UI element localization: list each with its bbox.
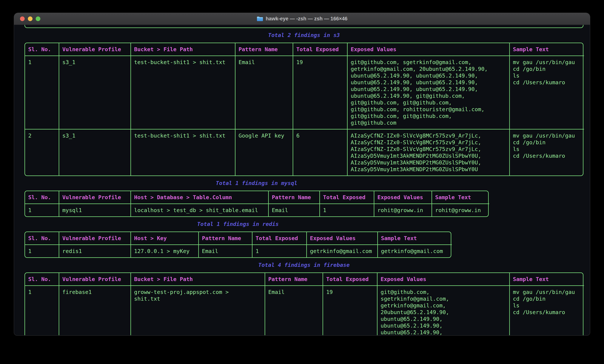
cell-line: cd /Users/kumaro bbox=[513, 79, 581, 86]
column-header: Pattern Name bbox=[235, 43, 293, 56]
findings-section-mysql: Total 1 findings in mysqlSl. No.Vulnerab… bbox=[25, 180, 489, 217]
cell-line: mv gau /usr/bin/gau bbox=[513, 132, 581, 139]
cell-line: 2 bbox=[28, 132, 55, 139]
column-header: Bucket > File Path bbox=[131, 273, 265, 286]
column-header: Sl. No. bbox=[25, 191, 59, 204]
cell-line: git@github.com, sgetrkinfo@gmail.com, bbox=[351, 59, 506, 66]
column-header: Host > Key bbox=[131, 232, 199, 245]
folder-icon bbox=[257, 16, 263, 22]
header-row: Sl. No.Vulnerable ProfileBucket > File P… bbox=[25, 43, 584, 56]
table-cell: 1 bbox=[25, 245, 59, 257]
cell-line: getrkinfo@gmail.com bbox=[381, 248, 449, 254]
column-header: Pattern Name bbox=[199, 232, 252, 245]
findings-sections: Total 2 findings in s3Sl. No.Vulnerable … bbox=[25, 32, 583, 335]
table-row: 1redis1127.0.0.1 > myKeyEmail1getrkinfo@… bbox=[25, 245, 452, 257]
close-button[interactable] bbox=[20, 16, 25, 21]
column-header: Sample Text bbox=[509, 43, 584, 56]
table-cell: mv gau /usr/bin/gaucd /go/binlscd /Users… bbox=[509, 56, 584, 129]
table-cell: 1 bbox=[320, 204, 374, 217]
findings-table: Sl. No.Vulnerable ProfileBucket > File P… bbox=[25, 273, 584, 335]
cell-line: localhost > test_db > shit_table.email bbox=[134, 207, 265, 213]
cell-line: rohit@groww.in bbox=[435, 207, 486, 213]
table-cell: mv gau /usr/bin/gaucd /go/binlscd /Users… bbox=[509, 286, 584, 335]
terminal-content[interactable]: Total 2 findings in s3Sl. No.Vulnerable … bbox=[14, 25, 590, 335]
cell-line: 1 bbox=[28, 207, 55, 213]
titlebar[interactable]: hawk-eye — -zsh — zsh — 166×46 bbox=[14, 13, 590, 25]
column-header: Sample Text bbox=[378, 232, 452, 245]
minimize-button[interactable] bbox=[28, 16, 33, 21]
cell-line: AIzaSyD5Vmuy1mt3AkMENDP2tMG0ZUslSPbwY0U, bbox=[351, 152, 506, 159]
table-cell: Email bbox=[199, 245, 252, 257]
cell-line: ubuntu@65.2.149.90, git@github.com, bbox=[351, 92, 506, 99]
cell-line: 1 bbox=[28, 248, 55, 254]
cell-line: git@github.com, git@github.com, bbox=[351, 99, 506, 106]
table-cell: 19 bbox=[323, 286, 377, 335]
column-header: Vulnerable Profile bbox=[59, 232, 131, 245]
cell-line: ubuntu@65.2.149.90, bbox=[381, 329, 506, 335]
table-cell: rohit@groww.in bbox=[374, 204, 432, 217]
cell-line: rohit@groww.in bbox=[378, 207, 428, 213]
cell-line: AIzaSyD5Vmuy1mt3AkMENDP2tMG0ZUslSPbwY0U bbox=[351, 166, 506, 173]
window-title: hawk-eye — -zsh — zsh — 166×46 bbox=[266, 16, 347, 22]
header-row: Sl. No.Vulnerable ProfileHost > KeyPatte… bbox=[25, 232, 452, 245]
column-header: Host > Database > Table.Column bbox=[131, 191, 268, 204]
cell-line: 20ubuntu@65.2.149.90, bbox=[381, 309, 506, 316]
column-header: Sample Text bbox=[509, 273, 584, 286]
table-row: 1firebase1groww-test-proj.appspot.com >s… bbox=[25, 286, 584, 335]
table-cell: git@github.com, sgetrkinfo@gmail.com,get… bbox=[347, 56, 509, 129]
cell-line: cd /go/bin bbox=[513, 295, 581, 302]
findings-table: Sl. No.Vulnerable ProfileBucket > File P… bbox=[25, 43, 584, 176]
section-title: Total 1 findings in mysql bbox=[25, 180, 489, 187]
cell-line: ubuntu@65.2.149.90, ubuntu@65.2.149.90, bbox=[351, 79, 506, 86]
table-cell: test-bucket-shit1 > shit.txt bbox=[131, 129, 235, 176]
cell-line: 1 bbox=[323, 207, 371, 213]
cell-line: ubuntu@65.2.149.90, ubuntu@65.2.149.90, bbox=[351, 72, 506, 79]
findings-table-firebase: Sl. No.Vulnerable ProfileBucket > File P… bbox=[25, 272, 583, 335]
findings-section-redis: Total 1 findings in redisSl. No.Vulnerab… bbox=[25, 221, 451, 258]
cell-line: 19 bbox=[326, 289, 374, 295]
cell-line: getrkinfo@gmail.com, bbox=[381, 302, 506, 309]
section-title: Total 2 findings in s3 bbox=[25, 32, 583, 38]
table-cell: 1 bbox=[25, 286, 59, 335]
table-cell: test-bucket-shit1 > shit.txt bbox=[131, 56, 235, 129]
column-header: Sample Text bbox=[432, 191, 489, 204]
column-header: Total Exposed bbox=[320, 191, 374, 204]
column-header: Vulnerable Profile bbox=[59, 273, 131, 286]
table-cell: getrkinfo@gmail.com bbox=[306, 245, 378, 257]
cell-line: git@github.com, bbox=[381, 289, 506, 295]
table-cell: s3_1 bbox=[59, 129, 131, 176]
cell-line: ubuntu@65.2.149.90, bbox=[381, 316, 506, 322]
cell-line: cd /Users/kumaro bbox=[513, 309, 581, 316]
cell-line: AIzaSyCfNZ-IZx0-SlVcVg8MCr575zv9_Ar7jLc, bbox=[351, 139, 506, 146]
table-cell: rohit@groww.in bbox=[432, 204, 489, 217]
header-row: Sl. No.Vulnerable ProfileHost > Database… bbox=[25, 191, 489, 204]
column-header: Sl. No. bbox=[25, 43, 59, 56]
cell-line: 1 bbox=[28, 59, 55, 66]
cell-line: ls bbox=[513, 72, 581, 79]
cell-line: cd /Users/kumaro bbox=[513, 152, 581, 159]
column-header: Exposed Values bbox=[347, 43, 509, 56]
table-cell: firebase1 bbox=[59, 286, 131, 335]
column-header: Sl. No. bbox=[25, 273, 59, 286]
header-row: Sl. No.Vulnerable ProfileBucket > File P… bbox=[25, 273, 584, 286]
table-cell: localhost > test_db > shit_table.email bbox=[131, 204, 268, 217]
cell-line: sgetrkinfo@gmail.com, bbox=[381, 295, 506, 302]
cell-line: getrkinfo@gmail.com, 20ubuntu@65.2.149.9… bbox=[351, 66, 506, 72]
table-cell: s3_1 bbox=[59, 56, 131, 129]
cell-line: mv gau /usr/bin/gau bbox=[513, 289, 581, 295]
cell-line: ubuntu@65.2.149.90, bbox=[381, 322, 506, 329]
findings-section-firebase: Total 4 findings in firebaseSl. No.Vulne… bbox=[25, 262, 583, 335]
table-cell: Email bbox=[265, 286, 323, 335]
table-cell: mv gau /usr/bin/gaucd /go/binlscd /Users… bbox=[509, 129, 584, 176]
cell-line: test-bucket-shit1 > shit.txt bbox=[134, 132, 232, 139]
zoom-button[interactable] bbox=[36, 16, 40, 21]
cell-line: cd /go/bin bbox=[513, 139, 581, 146]
findings-table-s3: Sl. No.Vulnerable ProfileBucket > File P… bbox=[25, 43, 583, 176]
cell-line: 127.0.0.1 > myKey bbox=[134, 248, 195, 254]
terminal-window: hawk-eye — -zsh — zsh — 166×46 Total 2 f… bbox=[14, 13, 590, 335]
column-header: Bucket > File Path bbox=[131, 43, 235, 56]
table-row: 1s3_1test-bucket-shit1 > shit.txtEmail19… bbox=[25, 56, 584, 129]
table-cell: 1 bbox=[25, 204, 59, 217]
cell-line: 19 bbox=[296, 59, 344, 66]
cell-line: Email bbox=[268, 289, 319, 295]
